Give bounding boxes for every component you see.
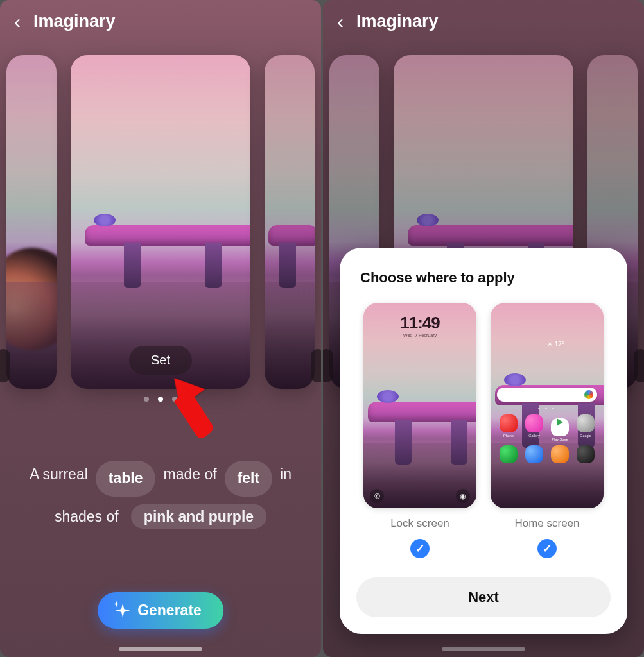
search-bar	[497, 388, 597, 402]
sparkle-icon	[116, 604, 130, 618]
prompt-word: in	[280, 461, 292, 497]
prompt-word: shades of pink and purple	[19, 503, 302, 531]
prompt-chip-material[interactable]: felt	[225, 461, 273, 497]
app-icon	[577, 414, 595, 432]
screen-generate: ‹ Imaginary Set	[0, 0, 321, 657]
home-indicator[interactable]	[119, 647, 202, 651]
dot-1[interactable]	[158, 397, 163, 402]
carousel-dots	[0, 397, 321, 402]
lock-preview: 11:49 Wed, 7 February ✆ ◉	[363, 303, 476, 508]
header: ‹ Imaginary	[323, 12, 644, 31]
option-home-screen[interactable]: ☀ 17° • • • Phone Gallery Play Store Goo…	[491, 303, 604, 558]
page-title: Imaginary	[356, 12, 439, 31]
camera-icon: ◉	[456, 489, 470, 503]
dot-0[interactable]	[144, 397, 149, 402]
wallpaper-carousel[interactable]: Set	[0, 55, 321, 389]
carousel-prev-handle[interactable]	[0, 349, 10, 382]
lock-time: 11:49	[363, 313, 476, 333]
prompt-text: A surreal table made of felt in shades o…	[19, 461, 302, 531]
weather-widget: ☀ 17°	[547, 335, 598, 353]
check-icon: ✓	[543, 542, 552, 556]
lock-date: Wed, 7 February	[363, 333, 476, 337]
carousel-next-handle[interactable]	[311, 349, 321, 382]
option-lock-screen[interactable]: 11:49 Wed, 7 February ✆ ◉ Lock screen ✓	[363, 303, 476, 558]
prompt-word: A surreal	[30, 461, 88, 497]
check-icon: ✓	[415, 542, 425, 556]
next-button[interactable]: Next	[356, 577, 611, 617]
wallpaper-table-graphic	[85, 225, 250, 283]
home-checkbox[interactable]: ✓	[537, 539, 557, 558]
preview-row: 11:49 Wed, 7 February ✆ ◉ Lock screen ✓	[356, 303, 611, 558]
app-icon	[500, 414, 518, 432]
app-icon	[551, 418, 569, 436]
home-label: Home screen	[491, 517, 604, 530]
app-icon	[500, 445, 518, 463]
home-preview: ☀ 17° • • • Phone Gallery Play Store Goo…	[491, 303, 604, 508]
screen-apply: ‹ Imaginary Choose where to apply	[323, 0, 644, 657]
prompt-word: made of	[163, 461, 216, 497]
app-icon	[525, 414, 543, 432]
app-icon	[525, 445, 543, 463]
sheet-heading: Choose where to apply	[356, 269, 611, 286]
wallpaper-prev[interactable]	[6, 55, 57, 389]
generate-button[interactable]: Generate	[98, 592, 223, 629]
wallpaper-current[interactable]: Set	[71, 55, 250, 389]
app-icon	[551, 445, 569, 463]
back-icon[interactable]: ‹	[14, 12, 21, 31]
lock-checkbox[interactable]: ✓	[410, 539, 430, 558]
annotation-arrow	[170, 373, 200, 400]
wallpaper-next[interactable]	[265, 55, 315, 389]
set-button[interactable]: Set	[129, 346, 192, 375]
page-dots: • • •	[491, 405, 604, 411]
prompt-chip-colors[interactable]: pink and purple	[131, 504, 266, 529]
header: ‹ Imaginary	[0, 12, 321, 31]
generate-label: Generate	[137, 602, 202, 619]
page-title: Imaginary	[33, 12, 116, 31]
phone-icon: ✆	[370, 489, 384, 503]
lock-label: Lock screen	[363, 517, 476, 530]
apply-sheet: Choose where to apply 11:49 Wed, 7 Febru…	[340, 248, 627, 634]
app-icon	[577, 445, 595, 463]
back-icon[interactable]: ‹	[337, 12, 344, 31]
prompt-chip-subject[interactable]: table	[96, 461, 156, 497]
